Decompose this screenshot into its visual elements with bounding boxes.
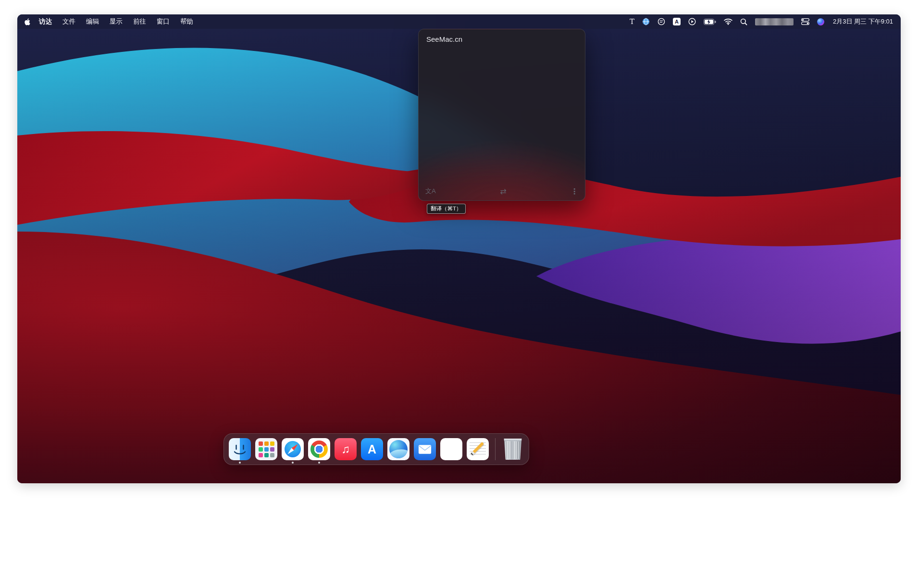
menu-file[interactable]: 文件 xyxy=(57,17,81,26)
siri-icon[interactable] xyxy=(817,18,824,25)
apple-menu-icon[interactable] xyxy=(24,18,31,26)
input-source-icon[interactable]: A xyxy=(673,18,681,25)
menu-view[interactable]: 显示 xyxy=(104,17,128,26)
desktop: 访达 文件 编辑 显示 前往 窗口 帮助 T A xyxy=(17,14,901,483)
running-indicator xyxy=(292,462,294,464)
menu-app-name[interactable]: 访达 xyxy=(34,17,57,26)
menu-bar-clock[interactable]: 2月3日 周三 下午9:01 xyxy=(833,17,893,26)
repeat-icon[interactable]: ⇄ xyxy=(500,187,506,196)
dock-item-trash[interactable] xyxy=(502,438,524,460)
dock: ♫ A xyxy=(223,433,529,465)
dock-item-music[interactable]: ♫ xyxy=(335,438,357,460)
dock-item-app-store[interactable]: A xyxy=(361,438,383,460)
dock-item-blue-wave-app[interactable] xyxy=(387,438,409,460)
dock-item-safari[interactable] xyxy=(282,438,304,460)
play-circle-icon[interactable] xyxy=(688,18,696,25)
mail-icon xyxy=(414,438,436,460)
dock-item-textedit[interactable] xyxy=(467,438,489,460)
popup-title: SeeMac.cn xyxy=(426,35,462,43)
blurred-username xyxy=(755,18,794,25)
notes-icon xyxy=(440,438,462,460)
dock-item-launchpad[interactable] xyxy=(255,438,277,460)
wifi-icon[interactable] xyxy=(724,18,732,25)
spotlight-icon[interactable] xyxy=(740,18,747,25)
translate-popup-panel: SeeMac.cn 文A ⇄ ⋮ xyxy=(418,29,585,201)
menu-bar-left: 访达 文件 编辑 显示 前往 窗口 帮助 xyxy=(24,17,198,26)
battery-charging-icon[interactable] xyxy=(704,19,716,25)
dock-separator xyxy=(495,438,496,460)
running-indicator xyxy=(318,462,320,464)
translate-globe-icon[interactable] xyxy=(642,18,650,25)
trash-icon xyxy=(502,438,524,460)
chrome-icon xyxy=(308,438,330,460)
dock-item-finder[interactable] xyxy=(229,438,251,460)
music-icon: ♫ xyxy=(335,438,357,460)
translate-icon[interactable]: 文A xyxy=(425,187,436,196)
popup-toolbar: 文A ⇄ ⋮ xyxy=(425,186,578,196)
menu-bar-status: T A 2月3日 周三 下 xyxy=(630,17,893,26)
more-options-icon[interactable]: ⋮ xyxy=(571,187,578,196)
textedit-icon xyxy=(467,438,489,460)
round-lines-icon[interactable] xyxy=(657,18,665,25)
text-tool-icon[interactable]: T xyxy=(630,17,634,26)
safari-icon xyxy=(282,438,304,460)
blue-wave-app-icon xyxy=(387,438,409,460)
menu-edit[interactable]: 编辑 xyxy=(81,17,104,26)
control-center-icon[interactable] xyxy=(801,18,809,25)
menu-help[interactable]: 帮助 xyxy=(175,17,198,26)
running-indicator xyxy=(239,462,241,464)
dock-item-notes[interactable] xyxy=(440,438,462,460)
finder-icon xyxy=(229,438,251,460)
menu-bar: 访达 文件 编辑 显示 前往 窗口 帮助 T A xyxy=(17,14,901,29)
app-store-icon: A xyxy=(361,438,383,460)
dock-item-mail[interactable] xyxy=(414,438,436,460)
launchpad-icon xyxy=(255,438,277,460)
menu-window[interactable]: 窗口 xyxy=(151,17,175,26)
translate-tooltip: 翻译（⌘T） xyxy=(427,204,466,214)
menu-go[interactable]: 前往 xyxy=(128,17,151,26)
dock-item-chrome[interactable] xyxy=(308,438,330,460)
